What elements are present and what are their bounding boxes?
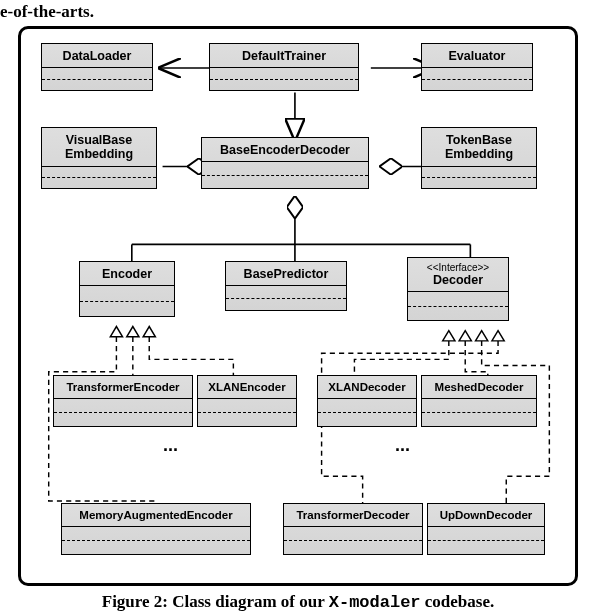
figure-caption: Figure 2: Class diagram of our X-modaler… (0, 590, 596, 616)
compartment (226, 286, 346, 298)
compartment (210, 68, 358, 79)
compartment (422, 167, 536, 178)
class-title: BasePredictor (226, 262, 346, 286)
compartment (422, 178, 536, 188)
decoder-name: Decoder (433, 273, 483, 287)
compartment (226, 299, 346, 310)
caption-suffix: codebase. (421, 592, 495, 611)
stereotype-label: <<Interface>> (414, 263, 502, 273)
compartment (42, 80, 152, 90)
partial-top-text: e-of-the-arts. (0, 0, 596, 26)
compartment (202, 176, 368, 188)
compartment (202, 162, 368, 175)
class-title: Evaluator (422, 44, 532, 68)
class-encoder: Encoder (79, 261, 175, 317)
class-title: XLANEncoder (198, 376, 296, 399)
compartment (62, 527, 250, 541)
class-decoder: <<Interface>> Decoder (407, 257, 509, 321)
class-title: BaseEncoderDecoder (202, 138, 368, 162)
compartment (408, 307, 508, 320)
compartment (80, 286, 174, 301)
ellipsis-right: ... (395, 435, 410, 456)
class-transformerencoder: TransformerEncoder (53, 375, 193, 427)
compartment (54, 399, 192, 413)
class-dataloader: DataLoader (41, 43, 153, 91)
class-title: UpDownDecoder (428, 504, 544, 527)
compartment (408, 292, 508, 306)
class-defaulttrainer: DefaultTrainer (209, 43, 359, 91)
compartment (198, 413, 296, 426)
class-title: MemoryAugmentedEncoder (62, 504, 250, 527)
compartment (318, 413, 416, 426)
class-updowndecoder: UpDownDecoder (427, 503, 545, 555)
class-xlanencoder: XLANEncoder (197, 375, 297, 427)
class-baseencoderdecoder: BaseEncoderDecoder (201, 137, 369, 189)
class-title: MeshedDecoder (422, 376, 536, 399)
class-title: DefaultTrainer (210, 44, 358, 68)
class-evaluator: Evaluator (421, 43, 533, 91)
compartment (422, 68, 532, 79)
class-mesheddecoder: MeshedDecoder (421, 375, 537, 427)
compartment (42, 68, 152, 79)
caption-prefix: Figure 2: Class diagram of our (102, 592, 329, 611)
class-title: DataLoader (42, 44, 152, 68)
compartment (422, 80, 532, 90)
compartment (62, 541, 250, 554)
compartment (428, 527, 544, 541)
class-title: Encoder (80, 262, 174, 286)
diagram-frame: DataLoader DefaultTrainer Evaluator Visu… (18, 26, 578, 586)
compartment (284, 541, 422, 554)
compartment (42, 167, 156, 178)
compartment (210, 80, 358, 90)
compartment (198, 399, 296, 413)
class-visualbaseembedding: VisualBase Embedding (41, 127, 157, 189)
class-xlandecoder: XLANDecoder (317, 375, 417, 427)
class-title: <<Interface>> Decoder (408, 258, 508, 292)
compartment (42, 178, 156, 188)
class-transformerdecoder: TransformerDecoder (283, 503, 423, 555)
compartment (318, 399, 416, 413)
ellipsis-left: ... (163, 435, 178, 456)
class-title: TokenBase Embedding (422, 128, 536, 167)
caption-code: X-modaler (329, 593, 421, 612)
compartment (428, 541, 544, 554)
compartment (422, 413, 536, 426)
compartment (54, 413, 192, 426)
class-title: VisualBase Embedding (42, 128, 156, 167)
class-title: TransformerDecoder (284, 504, 422, 527)
class-basepredictor: BasePredictor (225, 261, 347, 311)
class-tokenbaseembedding: TokenBase Embedding (421, 127, 537, 189)
compartment (284, 527, 422, 541)
class-memoryaugmentedencoder: MemoryAugmentedEncoder (61, 503, 251, 555)
class-title: TransformerEncoder (54, 376, 192, 399)
class-title: XLANDecoder (318, 376, 416, 399)
compartment (80, 302, 174, 316)
compartment (422, 399, 536, 413)
